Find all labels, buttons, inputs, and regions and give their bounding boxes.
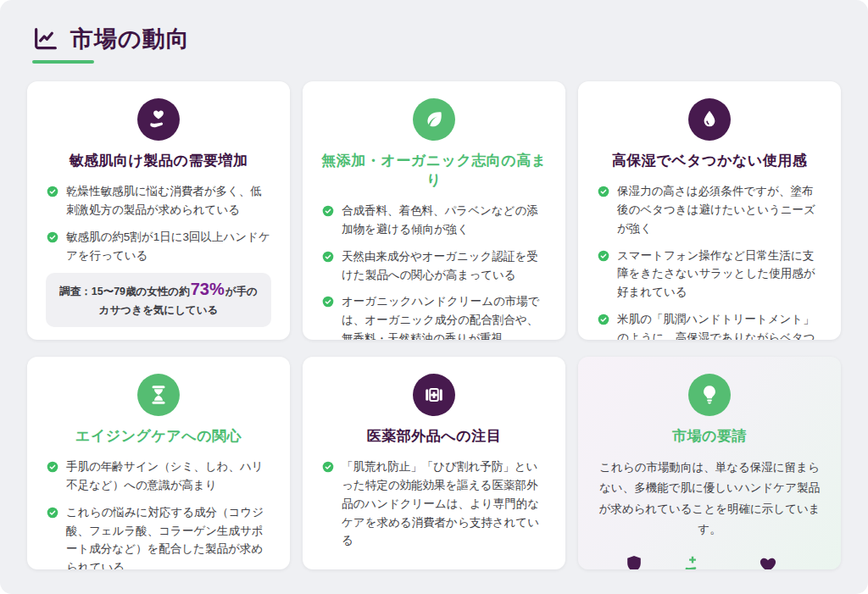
heart-icon bbox=[757, 553, 779, 569]
bullet-list: 手肌の年齢サイン（シミ、しわ、ハリ不足など）への意識が高まりこれらの悩みに対応す… bbox=[46, 458, 271, 569]
check-circle-icon bbox=[46, 230, 59, 244]
bullet-text: 敏感肌の約5割が1日に3回以上ハンドケアを行っている bbox=[66, 228, 271, 265]
stat-highlight-value: 73% bbox=[190, 280, 225, 298]
check-circle-icon bbox=[46, 460, 59, 474]
card-high-moisture-non-sticky: 高保湿でベタつかない使用感保湿力の高さは必須条件ですが、塗布後のベタつきは避けた… bbox=[578, 81, 841, 340]
bullet-item: オーガニックハンドクリームの市場では、オーガニック成分の配合割合や、無香料・天然… bbox=[321, 292, 547, 340]
bullet-text: オーガニックハンドクリームの市場では、オーガニック成分の配合割合や、無香料・天然… bbox=[342, 292, 547, 340]
summary-text: これらの市場動向は、単なる保湿に留まらない、多機能で肌に優しいハンドケア製品が求… bbox=[597, 458, 822, 540]
hand-holding-heart-icon bbox=[137, 98, 180, 141]
bullet-text: これらの悩みに対応する成分（コウジ酸、フェルラ酸、コラーゲン生成サポート成分など… bbox=[66, 503, 271, 569]
stat-prefix: 調査：15〜79歳の女性の約 bbox=[59, 286, 189, 297]
bullet-item: 米肌の「肌潤ハンドトリートメント」のように、高保湿でありながらベタつかない美容液… bbox=[597, 310, 822, 340]
tag-shield: 安全性 bbox=[617, 553, 650, 569]
cards-grid: 敏感肌向け製品の需要増加乾燥性敏感肌に悩む消費者が多く、低刺激処方の製品が求めら… bbox=[27, 81, 841, 569]
bullet-item: 合成香料、着色料、パラベンなどの添加物を避ける傾向が強く bbox=[321, 202, 547, 239]
page-header: 市場の動向 bbox=[32, 24, 841, 54]
card-quasi-drug-attention: 医薬部外品への注目「肌荒れ防止」「ひび割れ予防」といった特定の効能効果を謳える医… bbox=[303, 357, 565, 569]
bullet-list: 保湿力の高さは必須条件ですが、塗布後のベタつきは避けたいというニーズが強くスマー… bbox=[597, 182, 822, 340]
bullet-item: これらの悩みに対応する成分（コウジ酸、フェルラ酸、コラーゲン生成サポート成分など… bbox=[46, 503, 271, 569]
shield-icon bbox=[623, 553, 645, 569]
card-title: 無添加・オーガニック志向の高まり bbox=[321, 151, 547, 190]
hourglass-icon bbox=[137, 374, 180, 416]
survey-stat-note: 調査：15〜79歳の女性の約73%が手のカサつきを気にしている bbox=[46, 273, 271, 327]
check-circle-icon bbox=[46, 506, 59, 519]
check-circle-icon bbox=[597, 185, 610, 198]
bullet-list: 合成香料、着色料、パラベンなどの添加物を避ける傾向が強く天然由来成分やオーガニッ… bbox=[321, 202, 547, 340]
bullet-list: 「肌荒れ防止」「ひび割れ予防」といった特定の効能効果を謳える医薬部外品のハンドク… bbox=[321, 458, 547, 550]
bullet-text: 保湿力の高さは必須条件ですが、塗布後のベタつきは避けたいというニーズが強く bbox=[617, 182, 822, 238]
bullet-item: スマートフォン操作など日常生活に支障をきたさないサラッとした使用感が好まれている bbox=[597, 247, 822, 303]
bullet-item: 天然由来成分やオーガニック認証を受けた製品への関心が高まっている bbox=[321, 247, 547, 285]
market-trends-page: 市場の動向 敏感肌向け製品の需要増加乾燥性敏感肌に悩む消費者が多く、低刺激処方の… bbox=[0, 0, 868, 594]
title-underline bbox=[32, 60, 94, 64]
bullet-text: 手肌の年齢サイン（シミ、しわ、ハリ不足など）への意識が高まり bbox=[66, 458, 271, 495]
card-additive-free-organic: 無添加・オーガニック志向の高まり合成香料、着色料、パラベンなどの添加物を避ける傾… bbox=[303, 81, 565, 340]
bullet-item: 敏感肌の約5割が1日に3回以上ハンドケアを行っている bbox=[46, 228, 271, 265]
check-circle-icon bbox=[321, 295, 335, 308]
bullet-item: 「肌荒れ防止」「ひび割れ予防」といった特定の効能効果を謳える医薬部外品のハンドク… bbox=[321, 458, 547, 550]
card-title: 医薬部外品への注目 bbox=[321, 426, 547, 446]
bullet-text: 乾燥性敏感肌に悩む消費者が多く、低刺激処方の製品が求められている bbox=[66, 182, 271, 219]
check-circle-icon bbox=[597, 249, 610, 263]
droplet-icon bbox=[688, 98, 731, 141]
card-title: 敏感肌向け製品の需要増加 bbox=[46, 151, 271, 170]
bullet-text: 天然由来成分やオーガニック認証を受けた製品への関心が高まっている bbox=[342, 247, 547, 285]
tag-row: 安全性機能性肌への優しさ bbox=[597, 553, 822, 569]
card-sensitive-skin-demand: 敏感肌向け製品の需要増加乾燥性敏感肌に悩む消費者が多く、低刺激処方の製品が求めら… bbox=[27, 81, 290, 340]
tag-heart: 肌への優しさ bbox=[734, 553, 801, 569]
check-circle-icon bbox=[46, 185, 59, 198]
bullet-item: 保湿力の高さは必須条件ですが、塗布後のベタつきは避けたいというニーズが強く bbox=[597, 182, 822, 238]
bullet-text: スマートフォン操作など日常生活に支障をきたさないサラッとした使用感が好まれている bbox=[617, 247, 822, 303]
card-title: エイジングケアへの関心 bbox=[46, 426, 271, 446]
check-circle-icon bbox=[321, 250, 335, 264]
check-circle-icon bbox=[597, 313, 610, 326]
leaf-icon bbox=[413, 98, 455, 141]
page-title: 市場の動向 bbox=[70, 24, 190, 54]
chart-line-icon bbox=[32, 25, 59, 53]
bullet-text: 「肌荒れ防止」「ひび割れ予防」といった特定の効能効果を謳える医薬部外品のハンドク… bbox=[342, 458, 547, 550]
lightbulb-icon bbox=[688, 374, 731, 416]
tag-hand-plus: 機能性 bbox=[676, 553, 709, 569]
check-circle-icon bbox=[321, 460, 335, 474]
check-circle-icon bbox=[321, 204, 335, 218]
hand-plus-icon bbox=[682, 553, 704, 569]
bullet-item: 手肌の年齢サイン（シミ、しわ、ハリ不足など）への意識が高まり bbox=[46, 458, 271, 495]
card-market-requirements: 市場の要請これらの市場動向は、単なる保湿に留まらない、多機能で肌に優しいハンドケ… bbox=[578, 357, 841, 569]
card-aging-care-interest: エイジングケアへの関心手肌の年齢サイン（シミ、しわ、ハリ不足など）への意識が高ま… bbox=[27, 357, 290, 569]
card-title: 高保湿でベタつかない使用感 bbox=[597, 151, 822, 170]
bullet-text: 米肌の「肌潤ハンドトリートメント」のように、高保湿でありながらベタつかない美容液… bbox=[617, 310, 822, 340]
medical-kit-icon bbox=[413, 374, 455, 416]
card-title: 市場の要請 bbox=[597, 426, 822, 446]
bullet-list: 乾燥性敏感肌に悩む消費者が多く、低刺激処方の製品が求められている敏感肌の約5割が… bbox=[46, 182, 271, 264]
bullet-text: 合成香料、着色料、パラベンなどの添加物を避ける傾向が強く bbox=[342, 202, 547, 239]
bullet-item: 乾燥性敏感肌に悩む消費者が多く、低刺激処方の製品が求められている bbox=[46, 182, 271, 219]
